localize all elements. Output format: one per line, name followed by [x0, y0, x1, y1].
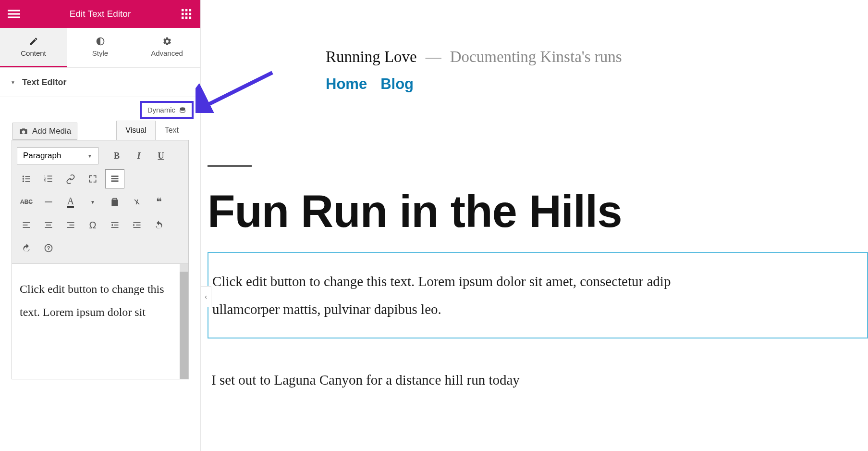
- nav-link-blog[interactable]: Blog: [380, 75, 414, 93]
- editor-scrollbar[interactable]: [180, 264, 188, 379]
- panel-header: Edit Text Editor: [0, 0, 200, 28]
- editor-mode-tabs: Visual Text: [116, 121, 188, 140]
- format-select[interactable]: Paragraph ▼: [17, 147, 98, 164]
- editor-body[interactable]: Click edit button to change this text. L…: [12, 264, 180, 379]
- svg-rect-34: [45, 227, 52, 228]
- redo-button[interactable]: [17, 238, 36, 258]
- svg-rect-4: [185, 9, 188, 12]
- numbered-list-button[interactable]: 123: [39, 169, 58, 188]
- format-select-value: Paragraph: [23, 151, 61, 161]
- apps-grid-icon[interactable]: [179, 7, 194, 21]
- svg-rect-10: [185, 17, 188, 19]
- dynamic-button[interactable]: Dynamic: [140, 101, 194, 119]
- preview-canvas: Running Love — Documenting Kinsta's runs…: [201, 0, 868, 451]
- tab-content[interactable]: Content: [0, 28, 67, 67]
- dynamic-row: Dynamic: [0, 97, 200, 121]
- svg-rect-22: [48, 178, 52, 179]
- svg-rect-27: [111, 180, 119, 182]
- post: Fun Run in the Hills Click edit button t…: [201, 165, 868, 388]
- editor-panel: Edit Text Editor Content Style Advanced …: [0, 0, 201, 451]
- post-title[interactable]: Fun Run in the Hills: [208, 188, 868, 236]
- mode-tab-visual[interactable]: Visual: [116, 121, 155, 140]
- section-text-editor[interactable]: ▼ Text Editor: [0, 67, 200, 97]
- camera-music-icon: [19, 126, 28, 136]
- svg-rect-25: [111, 175, 119, 177]
- svg-point-13: [23, 175, 24, 177]
- paste-text-button[interactable]: [105, 192, 124, 212]
- caret-down-icon: ▼: [11, 80, 15, 85]
- clear-formatting-button[interactable]: [127, 192, 147, 212]
- tab-style[interactable]: Style: [67, 28, 134, 67]
- tab-content-label: Content: [21, 49, 46, 57]
- toolbar-toggle-button[interactable]: [105, 169, 124, 188]
- align-left-button[interactable]: [17, 215, 36, 235]
- align-right-button[interactable]: [61, 215, 80, 235]
- svg-rect-5: [189, 9, 192, 12]
- undo-button[interactable]: [149, 215, 169, 235]
- svg-rect-26: [111, 178, 119, 179]
- svg-rect-41: [134, 222, 141, 223]
- text-color-button[interactable]: A: [61, 192, 80, 212]
- placeholder-line-2: ullamcorper mattis, pulvinar dapibus leo…: [212, 295, 863, 323]
- help-button[interactable]: ?: [39, 238, 58, 258]
- strikethrough-button[interactable]: ABC: [17, 192, 36, 212]
- svg-rect-33: [46, 225, 51, 226]
- post-paragraph: I set out to Laguna Canyon for a distanc…: [208, 372, 868, 388]
- svg-rect-42: [136, 225, 140, 226]
- text-editor-widget-selected[interactable]: Click edit button to change this text. L…: [208, 252, 868, 338]
- fullscreen-button[interactable]: [83, 169, 102, 188]
- link-button[interactable]: [61, 169, 80, 188]
- site-title[interactable]: Running Love: [326, 48, 417, 66]
- underline-button[interactable]: U: [151, 146, 171, 165]
- svg-point-17: [23, 180, 24, 182]
- bulleted-list-button[interactable]: [17, 169, 36, 188]
- svg-rect-40: [111, 227, 119, 228]
- editor-toolbar: Paragraph ▼ B I U 123 ABC A ▼ ❝: [12, 140, 189, 264]
- add-media-label: Add Media: [32, 126, 71, 136]
- svg-text:3: 3: [44, 180, 46, 183]
- dynamic-label: Dynamic: [147, 106, 175, 114]
- svg-rect-32: [45, 222, 52, 223]
- svg-rect-9: [182, 17, 184, 19]
- chevron-down-icon: ▼: [87, 153, 92, 159]
- svg-rect-0: [8, 10, 20, 11]
- svg-rect-35: [67, 222, 74, 223]
- svg-rect-6: [182, 13, 184, 15]
- svg-rect-20: [48, 175, 52, 176]
- svg-rect-39: [114, 225, 118, 226]
- svg-rect-16: [25, 178, 30, 179]
- svg-rect-36: [70, 225, 74, 226]
- svg-rect-24: [48, 181, 52, 182]
- horizontal-rule-button[interactable]: [39, 192, 58, 212]
- tab-advanced-label: Advanced: [151, 49, 183, 57]
- blockquote-button[interactable]: ❝: [149, 192, 169, 212]
- svg-rect-30: [23, 225, 28, 226]
- panel-collapse-handle[interactable]: ‹: [201, 286, 211, 307]
- add-media-button[interactable]: Add Media: [12, 123, 77, 140]
- svg-point-15: [23, 178, 24, 179]
- svg-text:?: ?: [47, 245, 50, 251]
- outdent-button[interactable]: [105, 215, 124, 235]
- section-title: Text Editor: [22, 77, 67, 88]
- special-char-button[interactable]: Ω: [83, 215, 102, 235]
- nav-link-home[interactable]: Home: [326, 75, 367, 93]
- svg-rect-3: [182, 9, 184, 12]
- tab-advanced[interactable]: Advanced: [134, 28, 200, 67]
- hamburger-menu-icon[interactable]: [7, 7, 21, 21]
- svg-rect-8: [189, 13, 192, 15]
- svg-rect-18: [25, 181, 30, 182]
- svg-rect-29: [23, 222, 30, 223]
- svg-rect-28: [45, 201, 52, 202]
- mode-tab-text[interactable]: Text: [156, 121, 188, 140]
- svg-rect-14: [25, 176, 30, 177]
- bold-button[interactable]: B: [107, 146, 126, 165]
- indent-button[interactable]: [127, 215, 147, 235]
- text-color-dropdown[interactable]: ▼: [83, 192, 102, 212]
- svg-rect-37: [67, 227, 74, 228]
- svg-rect-11: [189, 17, 192, 19]
- align-center-button[interactable]: [39, 215, 58, 235]
- placeholder-line-1: Click edit button to change this text. L…: [212, 267, 863, 295]
- database-icon: [179, 107, 186, 113]
- italic-button[interactable]: I: [129, 146, 148, 165]
- dash-separator: —: [426, 48, 441, 66]
